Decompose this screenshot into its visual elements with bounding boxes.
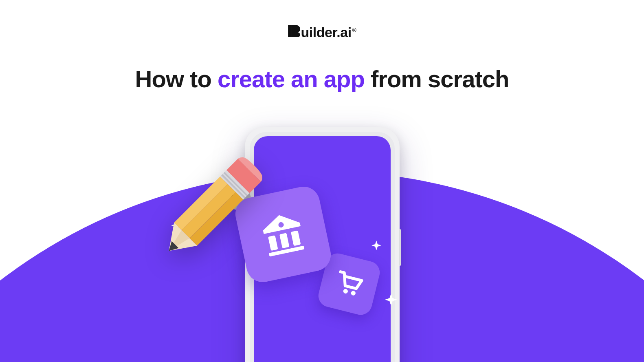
phone-side-button	[399, 229, 401, 266]
headline: How to create an app from scratch	[0, 65, 644, 93]
headline-pre: How to	[135, 66, 218, 92]
svg-rect-3	[279, 233, 290, 248]
logo-b-icon	[288, 25, 300, 37]
svg-point-7	[351, 290, 356, 296]
brand-logo: uilder.ai ®	[288, 24, 356, 40]
svg-point-6	[343, 289, 349, 294]
sparkle-icon	[371, 241, 381, 250]
svg-rect-0	[288, 25, 292, 37]
headline-text: How to create an app from scratch	[0, 65, 644, 93]
logo-text: uilder.ai	[301, 24, 352, 40]
svg-rect-4	[291, 230, 301, 246]
cart-icon	[332, 266, 367, 302]
sparkle-icon	[385, 294, 397, 306]
pencil-icon	[143, 147, 273, 277]
hero-banner: uilder.ai ® How to create an app from sc…	[0, 0, 644, 362]
headline-post: from scratch	[365, 66, 509, 92]
logo-registered: ®	[352, 27, 356, 33]
headline-accent: create an app	[218, 66, 365, 92]
